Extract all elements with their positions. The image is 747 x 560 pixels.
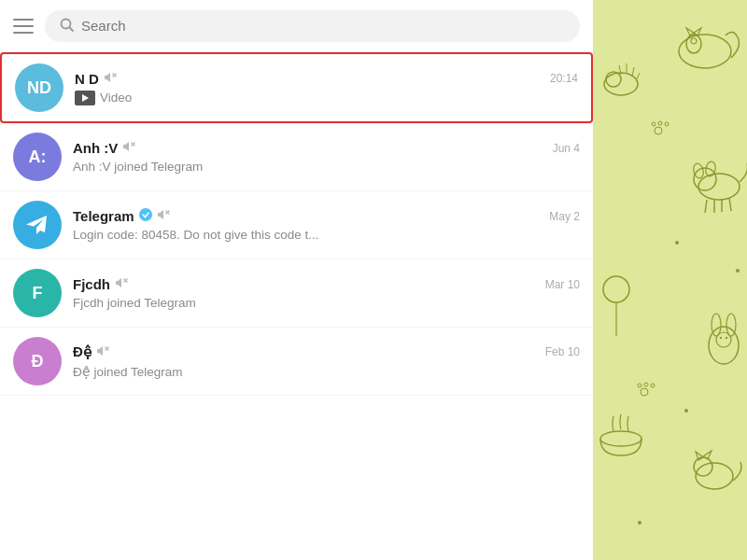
avatar-de: Đ (13, 337, 62, 385)
svg-point-39 (726, 337, 727, 339)
svg-point-38 (720, 337, 722, 339)
chat-preview-telegram: Login code: 80458. Do not give this code… (73, 228, 580, 242)
header (0, 0, 593, 52)
avatar-nd: ND (15, 63, 63, 112)
svg-point-56 (736, 269, 740, 273)
chat-item-anh[interactable]: A:Anh :V Jun 4Anh :V joined Telegram (0, 123, 593, 191)
preview-text-fjcdh: Fjcdh joined Telegram (73, 296, 196, 310)
chat-name-nd: N D (75, 71, 99, 87)
svg-line-22 (632, 67, 634, 77)
svg-point-53 (675, 241, 679, 245)
svg-point-35 (712, 314, 721, 336)
preview-text-telegram: Login code: 80458. Do not give this code… (73, 228, 318, 242)
svg-point-46 (652, 122, 655, 126)
chat-preview-nd: Video (75, 91, 578, 105)
search-bar[interactable] (45, 10, 580, 42)
chat-name-de: Đệ (73, 343, 92, 360)
chat-item-nd[interactable]: NDN D 20:14Video (0, 52, 593, 123)
svg-point-15 (691, 38, 697, 44)
chat-preview-de: Đệ joined Telegram (73, 364, 580, 379)
svg-point-45 (655, 127, 662, 134)
svg-line-1 (70, 27, 74, 31)
chat-content-fjcdh: Fjcdh Mar 10Fjcdh joined Telegram (73, 276, 580, 310)
chat-time-telegram: May 2 (549, 210, 580, 223)
svg-point-51 (644, 383, 648, 386)
search-input[interactable] (81, 18, 565, 34)
mute-icon-de (96, 345, 109, 359)
chat-item-fjcdh[interactable]: FFjcdh Mar 10Fjcdh joined Telegram (0, 259, 593, 328)
chat-preview-anh: Anh :V joined Telegram (73, 160, 580, 174)
preview-text-anh: Anh :V joined Telegram (73, 160, 203, 174)
svg-point-37 (716, 332, 731, 347)
mute-icon-nd (104, 72, 117, 86)
chat-name-telegram: Telegram (73, 208, 134, 224)
avatar-fjcdh: F (13, 269, 62, 317)
chat-content-nd: N D 20:14Video (75, 71, 578, 105)
svg-point-24 (698, 174, 740, 200)
avatar-anh: A: (13, 133, 62, 181)
search-icon (60, 18, 74, 35)
svg-point-47 (658, 121, 662, 125)
chat-name-anh: Anh :V (73, 140, 118, 156)
mute-icon-anh (122, 141, 135, 155)
chat-content-de: Đệ Feb 10Đệ joined Telegram (73, 343, 580, 379)
svg-line-31 (729, 198, 731, 211)
preview-text-de: Đệ joined Telegram (73, 364, 183, 379)
chat-preview-fjcdh: Fjcdh joined Telegram (73, 296, 580, 310)
svg-point-32 (603, 276, 629, 302)
chat-item-de[interactable]: ĐĐệ Feb 10Đệ joined Telegram (0, 328, 593, 396)
svg-point-36 (726, 314, 736, 336)
svg-point-54 (684, 409, 688, 413)
mute-icon-fjcdh (115, 277, 128, 291)
chat-content-telegram: Telegram May 2Login code: 80458. Do not … (73, 208, 580, 242)
svg-point-52 (651, 384, 655, 387)
svg-point-50 (638, 384, 641, 387)
svg-point-25 (694, 168, 716, 190)
menu-button[interactable] (13, 19, 34, 34)
chat-list: NDN D 20:14VideoA:Anh :V Jun 4Anh :V joi… (0, 52, 593, 560)
chat-content-anh: Anh :V Jun 4Anh :V joined Telegram (73, 140, 580, 174)
chat-list-panel: NDN D 20:14VideoA:Anh :V Jun 4Anh :V joi… (0, 0, 593, 560)
chat-item-telegram[interactable]: Telegram May 2Login code: 80458. Do not … (0, 191, 593, 259)
verified-icon (139, 208, 152, 224)
svg-point-49 (641, 388, 648, 396)
svg-point-42 (694, 457, 712, 476)
decorative-panel (593, 0, 747, 560)
svg-point-55 (638, 521, 641, 525)
svg-line-23 (636, 73, 640, 81)
chat-time-de: Feb 10 (545, 345, 580, 358)
chat-time-anh: Jun 4 (553, 142, 580, 155)
preview-text-nd: Video (100, 91, 132, 105)
chat-time-nd: 20:14 (550, 72, 578, 85)
video-thumbnail (75, 91, 95, 105)
chat-time-fjcdh: Mar 10 (545, 278, 580, 291)
svg-point-48 (665, 122, 669, 126)
chat-name-fjcdh: Fjcdh (73, 276, 110, 292)
avatar-telegram (13, 201, 62, 249)
svg-line-28 (705, 200, 707, 213)
svg-point-6 (139, 208, 152, 221)
svg-point-40 (600, 431, 641, 446)
mute-icon-telegram (157, 209, 170, 223)
